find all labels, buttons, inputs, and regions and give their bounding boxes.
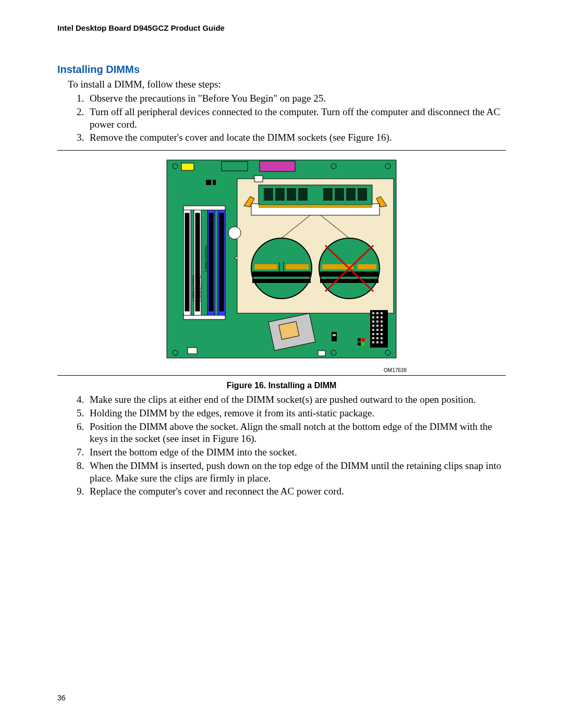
svg-rect-15 xyxy=(183,206,225,210)
intro-text: To install a DIMM, follow these steps: xyxy=(68,79,506,90)
svg-text:Channel A DIMM 1: Channel A DIMM 1 xyxy=(204,246,207,273)
svg-rect-3 xyxy=(260,161,295,171)
step-item: Insert the bottom edge of the DIMM into … xyxy=(87,446,506,459)
svg-rect-31 xyxy=(323,188,333,201)
svg-rect-70 xyxy=(372,333,374,335)
svg-rect-8 xyxy=(185,213,189,311)
document-header: Intel Desktop Board D945GCZ Product Guid… xyxy=(57,23,506,32)
svg-rect-42 xyxy=(252,279,311,283)
svg-rect-62 xyxy=(376,320,378,323)
svg-rect-93 xyxy=(254,176,263,182)
page-number: 36 xyxy=(57,694,66,702)
svg-rect-60 xyxy=(381,316,383,318)
svg-rect-73 xyxy=(372,337,374,339)
svg-rect-64 xyxy=(372,325,374,327)
svg-rect-39 xyxy=(254,264,277,269)
svg-rect-58 xyxy=(372,316,374,318)
svg-rect-81 xyxy=(358,338,361,341)
svg-rect-67 xyxy=(372,329,374,331)
svg-rect-29 xyxy=(287,188,296,201)
step-item: Observe the precautions in "Before You B… xyxy=(87,92,506,105)
svg-rect-86 xyxy=(318,351,325,356)
svg-rect-49 xyxy=(320,279,378,283)
svg-rect-1 xyxy=(181,163,194,170)
svg-rect-63 xyxy=(381,320,383,323)
svg-rect-72 xyxy=(381,333,383,335)
svg-text:Channel B DIMM 0: Channel B DIMM 0 xyxy=(198,275,201,302)
svg-rect-82 xyxy=(358,342,361,346)
figure-rule-bottom xyxy=(57,375,506,376)
step-item: Remove the computer's cover and locate t… xyxy=(87,131,506,144)
svg-rect-2 xyxy=(222,162,248,171)
svg-rect-76 xyxy=(372,341,374,343)
step-item: Make sure the clips at either end of the… xyxy=(87,393,506,406)
svg-rect-65 xyxy=(376,325,378,327)
figure-container: Channel A DIMM 0 Channel A DIMM 1 Channe… xyxy=(57,155,506,373)
svg-rect-56 xyxy=(376,312,378,314)
steps-list-bottom: Make sure the clips at either end of the… xyxy=(68,393,506,498)
svg-rect-30 xyxy=(298,188,308,201)
step-item: Position the DIMM above the socket. Alig… xyxy=(87,421,506,446)
svg-rect-84 xyxy=(333,334,336,336)
svg-rect-16 xyxy=(183,315,225,319)
svg-rect-80 xyxy=(362,342,365,346)
svg-rect-68 xyxy=(376,329,378,331)
step-item: Replace the computer's cover and reconne… xyxy=(87,485,506,498)
svg-rect-61 xyxy=(372,320,374,323)
section-heading: Installing DIMMs xyxy=(57,64,506,76)
step-item: Turn off all peripheral devices connecte… xyxy=(87,106,506,131)
svg-rect-79 xyxy=(362,338,365,341)
svg-rect-41 xyxy=(252,272,311,277)
svg-rect-66 xyxy=(381,325,383,327)
svg-rect-83 xyxy=(332,332,337,341)
svg-rect-40 xyxy=(286,264,309,269)
svg-rect-59 xyxy=(376,316,378,318)
svg-rect-92 xyxy=(213,180,216,185)
svg-rect-71 xyxy=(376,333,378,335)
svg-rect-28 xyxy=(275,188,285,201)
svg-rect-55 xyxy=(372,312,374,314)
svg-rect-77 xyxy=(376,341,378,343)
step-item: When the DIMM is inserted, push down on … xyxy=(87,460,506,485)
svg-rect-33 xyxy=(346,188,356,201)
svg-point-90 xyxy=(228,227,241,239)
svg-rect-74 xyxy=(376,337,378,339)
svg-rect-48 xyxy=(320,272,378,277)
svg-rect-91 xyxy=(206,180,211,185)
svg-rect-85 xyxy=(188,348,197,354)
figure-reference: OM17638 xyxy=(57,367,506,373)
document-page: Intel Desktop Board D945GCZ Product Guid… xyxy=(0,0,563,728)
svg-rect-34 xyxy=(358,188,367,201)
svg-rect-14 xyxy=(219,213,224,311)
svg-rect-47 xyxy=(358,264,376,269)
steps-list-top: Observe the precautions in "Before You B… xyxy=(68,92,506,144)
svg-text:Channel A DIMM 0: Channel A DIMM 0 xyxy=(211,246,214,273)
svg-rect-69 xyxy=(381,329,383,331)
figure-caption: Figure 16. Installing a DIMM xyxy=(57,381,506,390)
svg-rect-57 xyxy=(381,312,383,314)
step-item: Holding the DIMM by the edges, remove it… xyxy=(87,407,506,419)
svg-rect-78 xyxy=(381,341,383,343)
svg-rect-75 xyxy=(381,337,383,339)
svg-rect-35 xyxy=(259,205,372,208)
svg-rect-27 xyxy=(264,188,273,201)
motherboard-diagram: Channel A DIMM 0 Channel A DIMM 1 Channe… xyxy=(156,155,407,365)
figure-rule-top xyxy=(57,150,506,151)
svg-text:Channel B DIMM 1: Channel B DIMM 1 xyxy=(192,275,195,302)
svg-rect-32 xyxy=(335,188,344,201)
